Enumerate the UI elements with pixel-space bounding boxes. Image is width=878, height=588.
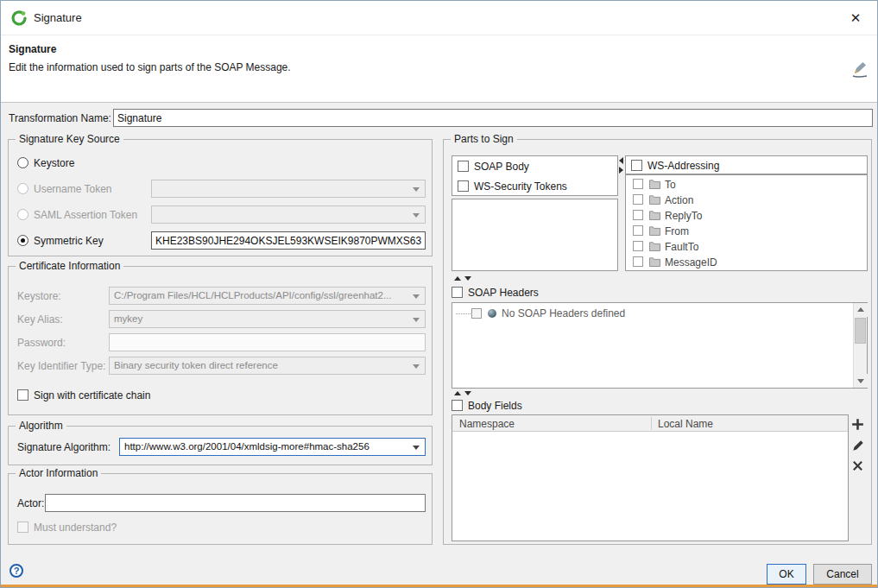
signature-key-source-title: Signature Key Source <box>16 133 123 145</box>
keystore-select[interactable]: C:/Program Files/HCL/HCLProducts/API/con… <box>109 287 426 305</box>
ws-addressing-item-label: From <box>665 225 689 237</box>
password-input[interactable] <box>109 333 426 351</box>
body-fields-table[interactable]: Namespace Local Name <box>452 414 849 541</box>
body-fields-checkbox[interactable] <box>452 400 463 411</box>
soap-header-node-icon <box>488 309 496 318</box>
saml-assertion-radio-label: SAML Assertion Token <box>34 209 137 221</box>
ws-addressing-label: WS-Addressing <box>647 160 719 172</box>
signature-key-source-group: Signature Key Source Keystore Username T… <box>8 139 433 256</box>
actor-input[interactable] <box>45 494 426 512</box>
messageid-checkbox[interactable] <box>633 256 643 267</box>
username-token-radio[interactable] <box>17 183 28 194</box>
dialog-header: Signature Edit the information used to s… <box>1 35 877 103</box>
username-token-radio-label: Username Token <box>34 183 112 195</box>
app-icon <box>10 9 28 29</box>
keystore-field-label: Keystore: <box>17 290 61 302</box>
replyto-checkbox[interactable] <box>633 210 643 220</box>
edit-field-icon[interactable] <box>852 439 864 454</box>
signature-pen-icon <box>851 61 869 80</box>
algorithm-group: Algorithm Signature Algorithm: http://ww… <box>8 426 433 465</box>
folder-icon <box>649 180 660 192</box>
no-soap-headers-label: No SOAP Headers defined <box>502 307 625 319</box>
ws-security-tokens-label: WS-Security Tokens <box>474 180 567 193</box>
saml-assertion-select[interactable] <box>151 205 426 224</box>
to-checkbox[interactable] <box>633 179 643 189</box>
close-button[interactable]: ✕ <box>837 1 874 35</box>
sash-collapse-down-icon[interactable] <box>464 276 471 281</box>
sash-collapse-right-icon[interactable] <box>619 167 623 174</box>
soap-body-checkbox[interactable] <box>458 161 469 172</box>
sash-collapse-down-icon[interactable] <box>464 391 471 395</box>
sign-with-certificate-chain-checkbox[interactable] <box>17 389 28 401</box>
soap-headers-label: SOAP Headers <box>468 287 539 299</box>
soap-headers-scrollbar[interactable] <box>853 303 867 388</box>
ws-addressing-item-faultto[interactable]: FaultTo <box>626 239 867 255</box>
delete-field-icon[interactable] <box>852 460 863 474</box>
ws-addressing-item-label: To <box>665 179 676 191</box>
column-divider <box>651 417 652 430</box>
transformation-name-input[interactable] <box>113 109 873 127</box>
window-title: Signature <box>34 11 82 24</box>
soap-parts-panel: SOAP Body WS-Security Tokens <box>452 155 618 196</box>
actor-label: Actor: <box>17 497 44 509</box>
action-checkbox[interactable] <box>633 194 643 205</box>
tree-connector <box>456 313 471 314</box>
sash-collapse-up-icon[interactable] <box>454 391 461 395</box>
folder-icon <box>649 257 660 269</box>
sign-with-certificate-chain-label: Sign with certificate chain <box>34 389 150 401</box>
symmetric-key-input[interactable] <box>151 231 426 250</box>
soap-body-label: SOAP Body <box>474 161 529 173</box>
password-label: Password: <box>17 337 66 349</box>
username-token-select[interactable] <box>151 180 426 198</box>
soap-headers-tree[interactable]: No SOAP Headers defined <box>452 302 868 389</box>
symmetric-key-radio[interactable] <box>17 235 28 246</box>
soap-headers-checkbox[interactable] <box>452 287 463 298</box>
faultto-checkbox[interactable] <box>633 241 643 251</box>
body-fields-table-header: Namespace Local Name <box>452 415 848 432</box>
key-alias-select[interactable]: mykey <box>109 310 426 328</box>
ws-addressing-item-label: ReplyTo <box>665 210 702 222</box>
scrollbar-thumb[interactable] <box>855 318 866 344</box>
key-identifier-type-label: Key Identifier Type: <box>17 360 106 372</box>
transformation-name-label: Transformation Name: <box>9 112 111 124</box>
header-title: Signature <box>9 43 56 55</box>
folder-icon <box>649 242 660 254</box>
algorithm-title: Algorithm <box>16 420 66 432</box>
folder-icon <box>649 211 660 223</box>
titlebar: Signature ✕ <box>1 1 877 35</box>
ws-addressing-item-from[interactable]: From <box>626 224 867 239</box>
window-bottom-accent <box>1 585 877 587</box>
from-checkbox[interactable] <box>633 225 643 236</box>
keystore-radio[interactable] <box>17 157 28 168</box>
key-alias-label: Key Alias: <box>17 313 63 326</box>
actor-information-title: Actor Information <box>16 467 101 479</box>
ws-addressing-item-label: FaultTo <box>665 241 698 253</box>
key-identifier-type-select[interactable]: Binary security token direct reference <box>109 357 426 375</box>
saml-assertion-radio[interactable] <box>17 209 28 220</box>
signature-dialog: Signature ✕ Signature Edit the informati… <box>0 0 878 588</box>
add-field-icon[interactable] <box>851 418 864 433</box>
certificate-information-group: Certificate Information Keystore: C:/Pro… <box>8 266 433 415</box>
ws-addressing-item-messageid[interactable]: MessageID <box>626 255 867 270</box>
signature-algorithm-select[interactable]: http://www.w3.org/2001/04/xmldsig-more#h… <box>119 438 426 456</box>
scroll-down-icon[interactable] <box>854 374 868 388</box>
actor-information-group: Actor Information Actor: Must understand… <box>8 473 433 545</box>
help-icon[interactable]: ? <box>9 564 23 578</box>
scroll-up-icon[interactable] <box>854 303 868 317</box>
signature-algorithm-label: Signature Algorithm: <box>17 441 111 453</box>
sash-collapse-left-icon[interactable] <box>619 157 623 164</box>
ws-addressing-item-to[interactable]: To <box>626 177 867 193</box>
no-soap-headers-checkbox[interactable] <box>471 308 482 319</box>
ws-addressing-checkbox[interactable] <box>631 160 642 171</box>
must-understand-checkbox[interactable] <box>17 522 28 533</box>
cancel-button[interactable]: Cancel <box>813 564 872 585</box>
parts-to-sign-group: Parts to Sign SOAP Body WS-Security Toke… <box>443 139 872 545</box>
ok-button[interactable]: OK <box>767 564 806 585</box>
ws-security-tokens-checkbox[interactable] <box>458 180 469 192</box>
ws-addressing-item-label: MessageID <box>665 256 717 269</box>
header-description: Edit the information used to sign parts … <box>9 61 291 73</box>
ws-security-tokens-list[interactable] <box>452 199 618 271</box>
ws-addressing-item-replyto[interactable]: ReplyTo <box>626 208 867 224</box>
sash-collapse-up-icon[interactable] <box>454 276 461 281</box>
ws-addressing-item-action[interactable]: Action <box>626 193 867 208</box>
